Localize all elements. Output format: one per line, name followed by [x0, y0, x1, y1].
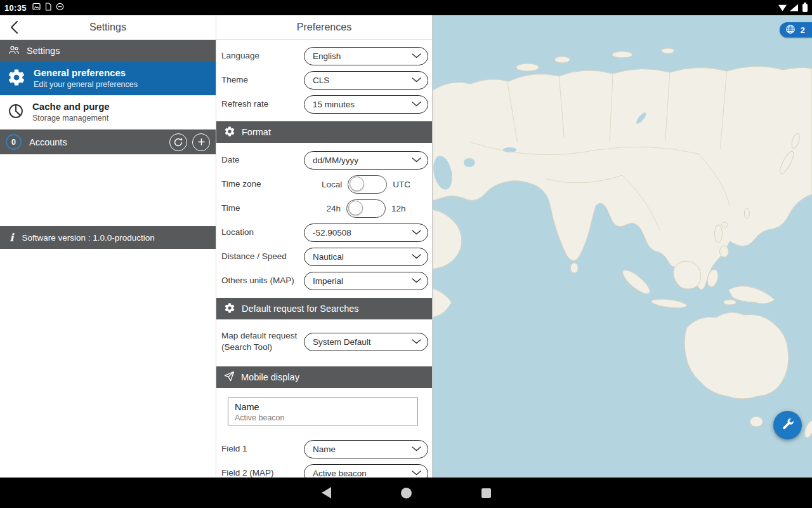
globe-icon [785, 24, 796, 36]
time-zone-toggle[interactable] [348, 175, 387, 194]
wrench-icon [781, 417, 795, 434]
other-units-row: Others units (MAP) Imperial [216, 269, 432, 293]
software-version-text: Software version : 1.0.0-production [22, 233, 154, 243]
left-panel-spacer [0, 154, 216, 226]
gear-icon [224, 126, 235, 139]
field2-dropdown[interactable]: Active beacon [304, 464, 428, 478]
time-zone-row: Time zone Local UTC [216, 172, 432, 196]
settings-section-label: Settings [27, 46, 60, 56]
plus-icon [197, 137, 206, 147]
date-label: Date [221, 154, 304, 166]
menu-item-title: General preferences [34, 67, 138, 79]
clock: 10:35 [4, 3, 27, 13]
refresh-accounts-button[interactable] [169, 133, 187, 151]
settings-panel: Settings Settings General preferences Ed… [0, 15, 216, 478]
toggle-knob [350, 177, 364, 191]
chevron-down-icon [412, 230, 421, 235]
status-bar: 10:35 [0, 0, 812, 15]
menu-item-title: Cache and purge [32, 101, 110, 112]
refresh-rate-dropdown[interactable]: 15 minutes [304, 95, 428, 114]
time-format-row: Time 24h 12h [216, 196, 432, 220]
field1-row: Field 1 Name [216, 437, 432, 461]
accounts-section-bar: 0 Accounts [0, 130, 216, 154]
map-default-request-label: Map default request (Search Tool) [221, 330, 304, 352]
other-units-dropdown[interactable]: Imperial [304, 272, 428, 290]
send-icon [224, 371, 235, 384]
users-icon [8, 44, 20, 58]
mobile-display-section-bar: Mobile display [216, 366, 432, 388]
theme-label: Theme [221, 74, 304, 86]
gear-icon [224, 302, 235, 316]
map-tools-fab[interactable] [773, 411, 802, 439]
date-format-dropdown[interactable]: dd/MM/yyyy [304, 151, 428, 170]
language-row: Language English [216, 44, 432, 68]
battery-icon [802, 4, 808, 12]
chevron-down-icon [412, 339, 421, 344]
nav-back-button[interactable] [322, 487, 331, 498]
search-defaults-section-label: Default request for Searches [242, 304, 359, 314]
nav-home-button[interactable] [401, 488, 412, 498]
android-nav-bar [0, 478, 812, 508]
beacon-preview-card: Name Active beacon [228, 398, 418, 425]
time-zone-local-label: Local [322, 180, 342, 189]
back-chevron-icon [9, 20, 19, 34]
field2-row: Field 2 (MAP) Active beacon [216, 461, 432, 478]
location-label: Location [221, 227, 304, 238]
add-account-button[interactable] [192, 133, 210, 151]
location-row: Location -52.90508 [216, 220, 432, 244]
format-section-bar: Format [216, 121, 432, 143]
distance-speed-label: Distance / Speed [221, 251, 304, 262]
field1-dropdown[interactable]: Name [304, 440, 428, 458]
theme-dropdown[interactable]: CLS [304, 71, 428, 90]
app-window: Settings Settings General preferences Ed… [0, 15, 812, 478]
distance-speed-row: Distance / Speed Nautical [216, 244, 432, 269]
field1-label: Field 1 [221, 443, 304, 455]
chevron-down-icon [412, 53, 421, 58]
distance-speed-dropdown[interactable]: Nautical [304, 248, 428, 266]
accounts-count-badge: 0 [6, 134, 22, 150]
settings-panel-title: Settings [89, 22, 126, 33]
toggle-knob [348, 201, 363, 215]
map-default-request-dropdown[interactable]: System Default [304, 333, 428, 351]
do-not-disturb-icon [56, 2, 64, 13]
wifi-icon [778, 4, 787, 11]
refresh-rate-row: Refresh rate 15 minutes [216, 92, 432, 116]
world-map [433, 15, 812, 478]
date-row: Date dd/MM/yyyy [216, 148, 432, 172]
time-format-toggle[interactable] [346, 199, 386, 218]
menu-item-subtitle: Edit your general preferences [34, 80, 138, 90]
language-label: Language [221, 50, 304, 62]
menu-item-cache-and-purge[interactable]: Cache and purge Storage management [0, 95, 216, 130]
chevron-down-icon [412, 254, 421, 259]
language-dropdown[interactable]: English [304, 47, 428, 65]
menu-item-subtitle: Storage management [32, 114, 110, 123]
map-layers-badge[interactable]: 2 [780, 22, 812, 37]
time-12h-label: 12h [391, 204, 406, 213]
chevron-down-icon [412, 77, 421, 83]
time-zone-label: Time zone [221, 178, 304, 190]
time-format-label: Time [221, 203, 304, 214]
format-section-label: Format [242, 127, 271, 137]
info-icon: i [10, 232, 13, 243]
software-version-bar: i Software version : 1.0.0-production [0, 226, 216, 249]
back-button[interactable] [5, 18, 23, 36]
menu-item-general-preferences[interactable]: General preferences Edit your general pr… [0, 62, 216, 95]
nav-recents-button[interactable] [481, 488, 491, 498]
theme-row: Theme CLS [216, 68, 432, 92]
refresh-rate-label: Refresh rate [221, 98, 304, 110]
chevron-down-icon [412, 446, 421, 451]
map-default-request-row: Map default request (Search Tool) System… [216, 322, 432, 361]
preview-title: Name [235, 401, 411, 413]
settings-header: Settings [0, 15, 216, 40]
location-format-dropdown[interactable]: -52.90508 [304, 224, 428, 242]
map-view[interactable]: 2 [433, 15, 812, 478]
search-defaults-section-bar: Default request for Searches [216, 298, 432, 319]
preferences-panel: Preferences Language English Theme CLS R… [216, 15, 433, 478]
chevron-down-icon [412, 471, 421, 476]
chevron-down-icon [412, 157, 421, 163]
preferences-panel-title: Preferences [297, 22, 351, 33]
map-layers-count: 2 [801, 25, 805, 35]
screenshot-icon [32, 2, 41, 13]
preferences-header: Preferences [216, 15, 432, 40]
gear-icon [7, 68, 26, 90]
